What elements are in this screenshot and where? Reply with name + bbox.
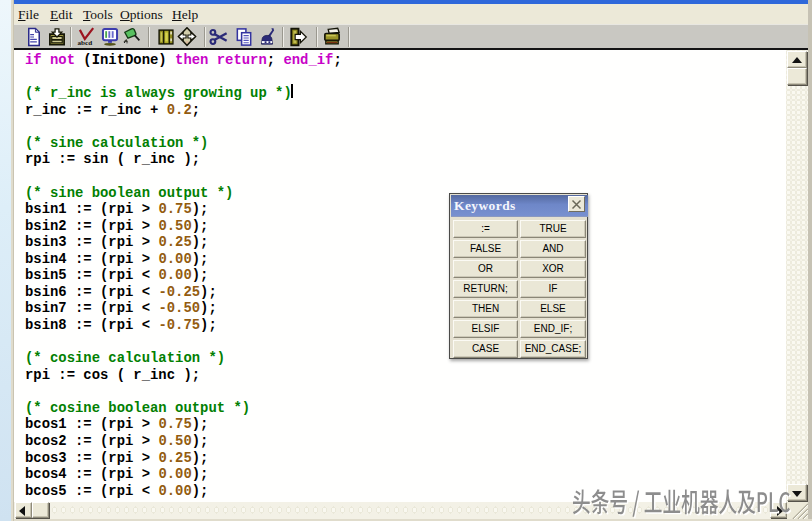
svg-text:abcd: abcd bbox=[77, 39, 92, 47]
